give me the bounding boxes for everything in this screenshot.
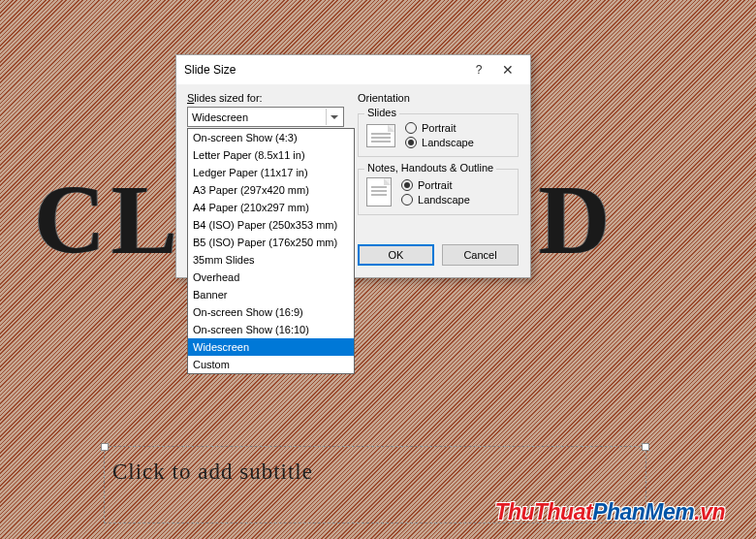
dropdown-option[interactable]: A4 Paper (210x297 mm) [188, 199, 354, 216]
slides-portrait-radio[interactable]: Portrait [405, 122, 474, 134]
sized-for-label: Slides sized for: [187, 92, 344, 104]
dropdown-option[interactable]: B4 (ISO) Paper (250x353 mm) [188, 216, 354, 234]
ok-button[interactable]: OK [358, 244, 434, 266]
close-button[interactable]: ✕ [493, 62, 522, 78]
slides-landscape-radio[interactable]: Landscape [405, 137, 474, 148]
notes-group-title: Notes, Handouts & Outline [364, 162, 496, 174]
notes-landscape-radio[interactable]: Landscape [401, 194, 470, 206]
slides-group-title: Slides [364, 107, 399, 118]
slide-size-dialog: Slide Size ? ✕ Slides sized for: Widescr… [175, 54, 531, 278]
chevron-down-icon [326, 109, 341, 125]
dropdown-option[interactable]: B5 (ISO) Paper (176x250 mm) [188, 234, 354, 251]
dialog-title: Slide Size [184, 63, 464, 77]
combo-value: Widescreen [192, 111, 248, 123]
dropdown-option[interactable]: Overhead [188, 269, 354, 286]
help-button[interactable]: ? [464, 63, 493, 77]
page-portrait-icon [366, 177, 392, 206]
dropdown-option[interactable]: A3 Paper (297x420 mm) [188, 181, 354, 199]
slides-orientation-group: Slides Portrait Landscape [358, 113, 519, 157]
radio-icon [401, 194, 413, 206]
slides-sized-for-combobox[interactable]: Widescreen On-screen Show (4:3)Letter Pa… [187, 107, 344, 127]
dropdown-option[interactable]: 35mm Slides [188, 251, 354, 269]
cancel-button[interactable]: Cancel [442, 244, 519, 266]
radio-icon [401, 179, 413, 191]
dropdown-option[interactable]: Banner [188, 286, 354, 303]
dropdown-option[interactable]: Letter Paper (8.5x11 in) [188, 146, 354, 164]
notes-orientation-group: Notes, Handouts & Outline Portrait Lands… [358, 169, 519, 215]
orientation-label: Orientation [358, 92, 519, 104]
dropdown-option[interactable]: On-screen Show (4:3) [188, 129, 354, 146]
dropdown-option[interactable]: Ledger Paper (11x17 in) [188, 164, 354, 181]
sized-for-dropdown: On-screen Show (4:3)Letter Paper (8.5x11… [187, 128, 355, 374]
dropdown-option[interactable]: On-screen Show (16:10) [188, 321, 354, 338]
dialog-titlebar: Slide Size ? ✕ [176, 55, 530, 84]
page-landscape-icon [366, 124, 395, 147]
dropdown-option[interactable]: Widescreen [188, 338, 354, 356]
radio-icon [405, 122, 417, 134]
notes-portrait-radio[interactable]: Portrait [401, 179, 470, 191]
dropdown-option[interactable]: On-screen Show (16:9) [188, 303, 354, 321]
subtitle-placeholder-text: Click to add subtitle [112, 460, 638, 485]
dropdown-option[interactable]: Custom [188, 356, 354, 373]
watermark-logo: ThuThuatPhanMem.vn [494, 499, 725, 525]
radio-icon [405, 137, 417, 148]
